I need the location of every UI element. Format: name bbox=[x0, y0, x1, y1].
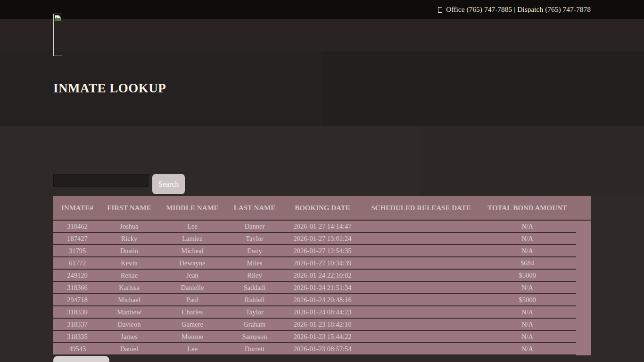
column-header-last-name: LAST NAME bbox=[228, 204, 281, 212]
search-row: Search bbox=[53, 174, 185, 194]
inmate-table: INMATE# FIRST NAME MIDDLE NAME LAST NAME… bbox=[53, 196, 591, 355]
column-header-scheduled-release-date: SCHEDULED RELEASE DATE bbox=[363, 204, 479, 212]
cell-booking-date: 2026-01-23 18:42:10 bbox=[281, 321, 363, 329]
cell-last-name: Ewry bbox=[228, 247, 281, 255]
cell-total-bond-amount: $684 bbox=[479, 259, 576, 267]
cell-first-name: Ricky bbox=[101, 235, 157, 243]
cell-first-name: Karissa bbox=[101, 284, 157, 292]
cell-inmate-number: 294718 bbox=[53, 296, 101, 304]
cell-middle-name: Danielle bbox=[157, 284, 228, 292]
cell-inmate-number: 318339 bbox=[53, 308, 101, 316]
cell-middle-name: Lee bbox=[157, 345, 228, 353]
cell-total-bond-amount: N/A bbox=[479, 247, 576, 255]
table-row[interactable]: 61772 Kevin Dewayne Miles 2026-01-27 10:… bbox=[53, 257, 576, 270]
search-input[interactable] bbox=[53, 174, 149, 187]
cell-last-name: Riley bbox=[228, 272, 281, 280]
table-row[interactable]: 318337 Davieon Gamere Graham 2026-01-23 … bbox=[53, 319, 576, 331]
cell-booking-date: 2026-01-24 21:51:34 bbox=[281, 284, 363, 292]
topbar-contact-text: Office (765) 747-7885 | Dispatch (765) 7… bbox=[446, 5, 591, 14]
cell-first-name: Joshua bbox=[101, 222, 157, 230]
cell-last-name: Sampson bbox=[228, 333, 281, 341]
column-header-first-name: FIRST NAME bbox=[101, 204, 157, 212]
cell-middle-name: Charles bbox=[157, 308, 228, 316]
cell-middle-name: Micheal bbox=[157, 247, 228, 255]
cell-total-bond-amount: N/A bbox=[479, 308, 576, 316]
broken-image-icon bbox=[55, 15, 61, 21]
cell-inmate-number: 49543 bbox=[53, 345, 101, 353]
cell-middle-name: Jean bbox=[157, 272, 228, 280]
table-row[interactable]: 249120 Renae Jean Riley 2026-01-24 22:10… bbox=[53, 270, 576, 282]
cell-total-bond-amount: N/A bbox=[479, 235, 576, 243]
cell-inmate-number: 318337 bbox=[53, 321, 101, 329]
cell-first-name: Matthew bbox=[101, 308, 157, 316]
table-row[interactable]: 31795 Dustin Micheal Ewry 2026-01-27 12:… bbox=[53, 245, 576, 257]
cell-last-name: Riddell bbox=[228, 296, 281, 304]
header-band bbox=[0, 19, 644, 51]
cell-middle-name: Monroe bbox=[157, 333, 228, 341]
cell-total-bond-amount: N/A bbox=[479, 222, 576, 230]
cell-inmate-number: 61772 bbox=[53, 259, 101, 267]
search-button[interactable]: Search bbox=[152, 174, 185, 194]
column-header-booking-date: BOOKING DATE bbox=[281, 204, 363, 212]
cell-total-bond-amount: N/A bbox=[479, 333, 576, 341]
table-row[interactable]: 318339 Matthew Charles Taylor 2026-01-24… bbox=[53, 306, 576, 319]
column-header-inmate-number: INMATE# bbox=[53, 204, 101, 212]
hero-shade bbox=[322, 52, 644, 126]
cell-inmate-number: 318366 bbox=[53, 284, 101, 292]
cell-inmate-number: 31795 bbox=[53, 247, 101, 255]
cell-first-name: Renae bbox=[101, 272, 157, 280]
cell-middle-name: Lee bbox=[157, 222, 228, 230]
cell-middle-name: Gamere bbox=[157, 321, 228, 329]
table-row[interactable]: 318462 Joshua Lee Danner 2026-01-27 14:1… bbox=[53, 221, 576, 233]
cell-total-bond-amount: N/A bbox=[479, 321, 576, 329]
cell-booking-date: 2026-01-23 08:57:54 bbox=[281, 345, 363, 353]
table-row[interactable]: 49543 Daniel Lee Durrett 2026-01-23 08:5… bbox=[53, 343, 576, 355]
cell-last-name: Danner bbox=[228, 222, 281, 230]
phone-icon bbox=[438, 7, 442, 13]
cell-last-name: Taylor bbox=[228, 235, 281, 243]
cell-inmate-number: 318462 bbox=[53, 222, 101, 230]
cell-first-name: Kevin bbox=[101, 259, 157, 267]
cell-booking-date: 2026-01-24 08:44:23 bbox=[281, 308, 363, 316]
cell-first-name: Daniel bbox=[101, 345, 157, 353]
page: Office (765) 747-7885 | Dispatch (765) 7… bbox=[0, 0, 644, 362]
cell-last-name: Taylor bbox=[228, 308, 281, 316]
cell-booking-date: 2026-01-24 20:48:16 bbox=[281, 296, 363, 304]
column-header-middle-name: MIDDLE NAME bbox=[157, 204, 228, 212]
cell-last-name: Durrett bbox=[228, 345, 281, 353]
table-row[interactable]: 294718 Michael Paul Riddell 2026-01-24 2… bbox=[53, 294, 576, 306]
cell-total-bond-amount: N/A bbox=[479, 284, 576, 292]
cell-last-name: Saddadi bbox=[228, 284, 281, 292]
cell-booking-date: 2026-01-27 14:14:47 bbox=[281, 222, 363, 230]
site-logo-broken-image[interactable] bbox=[53, 14, 62, 56]
cell-last-name: Miles bbox=[228, 259, 281, 267]
cell-inmate-number: 249120 bbox=[53, 272, 101, 280]
cell-middle-name: Paul bbox=[157, 296, 228, 304]
table-header-row: INMATE# FIRST NAME MIDDLE NAME LAST NAME… bbox=[53, 196, 576, 220]
cell-first-name: Davieon bbox=[101, 321, 157, 329]
column-header-total-bond-amount: TOTAL BOND AMOUNT bbox=[479, 204, 576, 212]
cell-first-name: James bbox=[101, 333, 157, 341]
cell-first-name: Michael bbox=[101, 296, 157, 304]
cell-total-bond-amount: $5000 bbox=[479, 272, 576, 280]
cell-first-name: Dustin bbox=[101, 247, 157, 255]
cell-booking-date: 2026-01-27 10:34:39 bbox=[281, 259, 363, 267]
cell-middle-name: Lamiez bbox=[157, 235, 228, 243]
table-header: INMATE# FIRST NAME MIDDLE NAME LAST NAME… bbox=[53, 196, 591, 221]
page-title: INMATE LOOKUP bbox=[53, 81, 166, 96]
table-row[interactable]: 187427 Ricky Lamiez Taylor 2026-01-27 13… bbox=[53, 233, 576, 245]
cell-inmate-number: 187427 bbox=[53, 235, 101, 243]
cell-booking-date: 2026-01-24 22:10:02 bbox=[281, 272, 363, 280]
topbar: Office (765) 747-7885 | Dispatch (765) 7… bbox=[0, 0, 644, 19]
mid-shade bbox=[420, 126, 644, 196]
cell-booking-date: 2026-01-23 15:44:22 bbox=[281, 333, 363, 341]
view-more-button[interactable]: View More bbox=[53, 356, 109, 362]
cell-booking-date: 2026-01-27 13:01:24 bbox=[281, 235, 363, 243]
cell-total-bond-amount: N/A bbox=[479, 345, 576, 353]
cell-middle-name: Dewayne bbox=[157, 259, 228, 267]
cell-last-name: Graham bbox=[228, 321, 281, 329]
table-row[interactable]: 318366 Karissa Danielle Saddadi 2026-01-… bbox=[53, 282, 576, 294]
cell-inmate-number: 318335 bbox=[53, 333, 101, 341]
cell-total-bond-amount: $5000 bbox=[479, 296, 576, 304]
table-row[interactable]: 318335 James Monroe Sampson 2026-01-23 1… bbox=[53, 331, 576, 343]
